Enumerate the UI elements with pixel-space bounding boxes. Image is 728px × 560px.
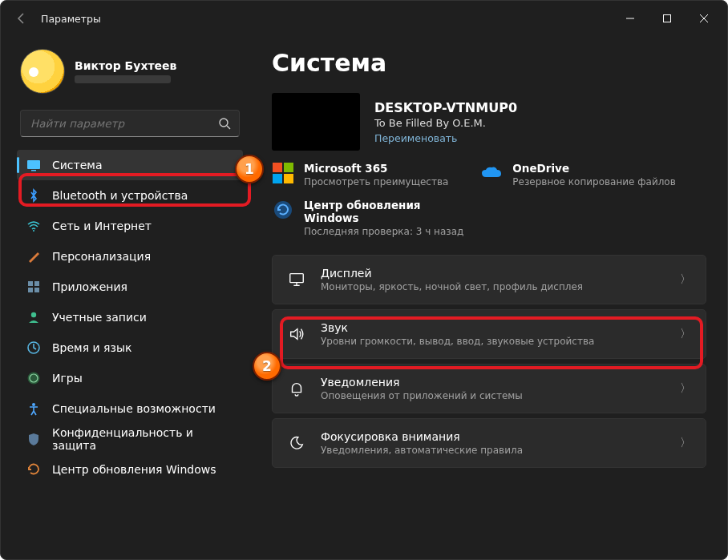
card-title: OneDrive xyxy=(512,162,675,175)
svg-point-18 xyxy=(274,201,292,219)
update-card[interactable]: Центр обновления Windows Последняя прове… xyxy=(272,199,472,237)
sidebar-item-network[interactable]: Сеть и Интернет xyxy=(17,211,243,241)
card-sub: Просмотреть преимущества xyxy=(304,176,448,187)
avatar xyxy=(20,49,65,94)
sidebar-item-label: Игры xyxy=(52,372,83,385)
svg-rect-12 xyxy=(34,288,39,292)
sidebar-item-label: Персонализация xyxy=(52,250,151,263)
setting-title: Дисплей xyxy=(321,267,665,280)
svg-point-4 xyxy=(220,119,228,127)
moon-icon xyxy=(287,433,306,453)
maximize-icon xyxy=(662,14,672,23)
info-cards-2: Центр обновления Windows Последняя прове… xyxy=(272,199,706,237)
brush-icon xyxy=(26,249,41,264)
user-email-redacted xyxy=(75,75,171,83)
sidebar-item-label: Конфиденциальность и защита xyxy=(52,426,233,452)
sidebar-item-label: Время и язык xyxy=(52,341,131,354)
svg-point-17 xyxy=(32,403,35,406)
main-pane: Система DESKTOP-VTNMUP0 To Be Filled By … xyxy=(251,36,727,559)
svg-rect-1 xyxy=(664,15,671,22)
gaming-icon xyxy=(26,371,41,385)
maximize-button[interactable] xyxy=(649,6,686,31)
card-sub: Последняя проверка: 3 ч назад xyxy=(304,226,472,237)
search-input[interactable] xyxy=(29,116,218,131)
nav-list: Система Bluetooth и устройства Сеть и Ин… xyxy=(17,150,243,485)
setting-title: Фокусировка внимания xyxy=(321,430,665,443)
sidebar-item-time[interactable]: Время и язык xyxy=(17,332,243,363)
chevron-right-icon: 〉 xyxy=(680,436,691,450)
info-cards: Microsoft 365 Просмотреть преимущества O… xyxy=(272,162,706,187)
sidebar-item-apps[interactable]: Приложения xyxy=(17,272,243,302)
ms365-icon xyxy=(272,162,294,184)
sidebar-item-personalization[interactable]: Персонализация xyxy=(17,241,243,272)
setting-title: Звук xyxy=(321,321,665,334)
chevron-right-icon: 〉 xyxy=(680,381,691,396)
svg-point-8 xyxy=(33,230,34,232)
device-sub: To Be Filled By O.E.M. xyxy=(374,117,517,129)
clock-globe-icon xyxy=(26,340,41,355)
sidebar-item-system[interactable]: Система xyxy=(17,150,243,180)
titlebar: Параметры xyxy=(1,1,727,36)
wifi-icon xyxy=(26,219,41,233)
accessibility-icon xyxy=(26,401,41,416)
bluetooth-icon xyxy=(26,188,41,203)
onedrive-icon xyxy=(480,162,503,184)
monitor-icon xyxy=(287,270,306,289)
user-name: Виктор Бухтеев xyxy=(75,59,176,72)
svg-rect-6 xyxy=(27,160,40,169)
sidebar-item-update[interactable]: Центр обновления Windows xyxy=(17,454,243,485)
chevron-right-icon: 〉 xyxy=(680,272,691,287)
speaker-icon xyxy=(287,324,306,344)
sidebar-item-privacy[interactable]: Конфиденциальность и защита xyxy=(17,424,243,454)
setting-sound[interactable]: Звук Уровни громкости, вывод, ввод, звук… xyxy=(272,309,706,359)
page-title: Система xyxy=(272,49,706,77)
sidebar-item-accessibility[interactable]: Специальные возможности xyxy=(17,393,243,424)
svg-rect-19 xyxy=(290,274,304,283)
setting-display[interactable]: Дисплей Мониторы, яркость, ночной свет, … xyxy=(272,255,706,304)
device-hero: DESKTOP-VTNMUP0 To Be Filled By O.E.M. П… xyxy=(272,93,706,151)
chevron-right-icon: 〉 xyxy=(680,327,691,341)
window-controls xyxy=(612,6,722,31)
card-sub: Резервное копирование файлов xyxy=(512,176,675,187)
search-icon xyxy=(218,117,231,130)
svg-rect-7 xyxy=(31,170,36,171)
bell-icon xyxy=(287,379,306,398)
sidebar-item-label: Центр обновления Windows xyxy=(52,463,216,476)
sidebar-item-label: Сеть и Интернет xyxy=(52,220,152,232)
close-button[interactable] xyxy=(686,6,722,31)
search-box[interactable] xyxy=(20,110,240,137)
setting-sub: Оповещения от приложений и системы xyxy=(321,390,665,401)
setting-sub: Мониторы, яркость, ночной свет, профиль … xyxy=(321,281,665,292)
svg-line-5 xyxy=(227,126,230,129)
sidebar-item-gaming[interactable]: Игры xyxy=(17,363,243,393)
setting-title: Уведомления xyxy=(321,376,665,389)
device-image xyxy=(272,93,360,151)
rename-link[interactable]: Переименовать xyxy=(374,132,517,144)
sidebar-item-bluetooth[interactable]: Bluetooth и устройства xyxy=(17,180,243,211)
update-status-icon xyxy=(272,199,294,221)
minimize-button[interactable] xyxy=(612,6,649,31)
onedrive-card[interactable]: OneDrive Резервное копирование файлов xyxy=(480,162,675,187)
setting-notifications[interactable]: Уведомления Оповещения от приложений и с… xyxy=(272,364,706,413)
sidebar-item-label: Приложения xyxy=(52,280,127,293)
device-name: DESKTOP-VTNMUP0 xyxy=(374,100,517,115)
svg-rect-11 xyxy=(28,288,33,292)
sidebar: Виктор Бухтеев Система Bluetooth и устро… xyxy=(1,36,251,559)
settings-window: Параметры Виктор Бухтеев xyxy=(0,0,728,560)
window-title: Параметры xyxy=(41,13,101,25)
user-block[interactable]: Виктор Бухтеев xyxy=(20,49,240,94)
display-icon xyxy=(26,158,41,172)
sidebar-item-label: Система xyxy=(52,159,102,171)
setting-sub: Уровни громкости, вывод, ввод, звуковые … xyxy=(321,336,665,347)
setting-focus[interactable]: Фокусировка внимания Уведомления, автома… xyxy=(272,418,706,468)
sidebar-item-label: Учетные записи xyxy=(52,311,147,324)
back-button[interactable] xyxy=(6,2,38,34)
ms365-card[interactable]: Microsoft 365 Просмотреть преимущества xyxy=(272,162,448,187)
minimize-icon xyxy=(625,14,635,23)
card-title: Microsoft 365 xyxy=(304,162,448,175)
person-icon xyxy=(26,310,41,324)
sidebar-item-accounts[interactable]: Учетные записи xyxy=(17,302,243,332)
update-icon xyxy=(26,462,41,477)
setting-sub: Уведомления, автоматические правила xyxy=(321,445,665,456)
apps-icon xyxy=(26,280,41,294)
